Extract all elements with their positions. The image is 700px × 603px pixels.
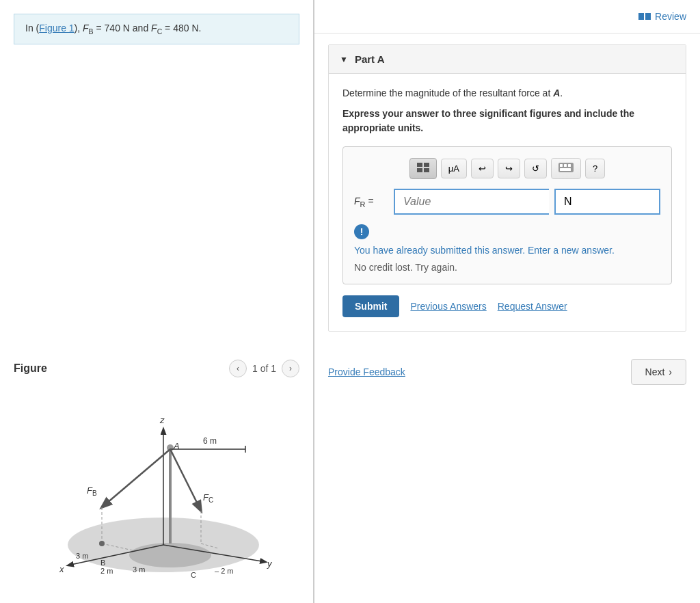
part-a-content: Determine the magnitude of the resultant…: [329, 74, 686, 331]
figure-diagram: z A x y FB FC 6 m 3 m B 2 m 3 m C – 2 m: [27, 388, 286, 586]
left-panel: In (Figure 1), FB = 740 N and FC = 480 N…: [0, 0, 314, 603]
review-label: Review: [655, 11, 686, 22]
svg-rect-32: [424, 168, 429, 172]
svg-text:z: z: [159, 415, 165, 425]
figure-next-button[interactable]: ›: [282, 360, 299, 377]
refresh-icon: ↺: [532, 163, 539, 174]
redo-icon: ↪: [505, 163, 513, 174]
svg-line-10: [170, 449, 201, 511]
undo-button[interactable]: ↩: [471, 159, 494, 178]
svg-text:B: B: [100, 559, 105, 567]
svg-text:– 2 m: – 2 m: [215, 567, 234, 575]
figure-link[interactable]: Figure 1: [39, 23, 74, 34]
info-area: ! You have already submitted this answer…: [354, 224, 660, 273]
keyboard-icon: [558, 163, 574, 174]
svg-rect-37: [560, 168, 571, 171]
problem-statement: In (Figure 1), FB = 740 N and FC = 480 N…: [14, 14, 299, 44]
figure-nav: ‹ 1 of 1 ›: [229, 360, 299, 377]
next-label: Next: [645, 366, 665, 377]
figure-image: z A x y FB FC 6 m 3 m B 2 m 3 m C – 2 m: [14, 384, 299, 589]
submit-row: Submit Previous Answers Request Answer: [342, 295, 672, 317]
svg-text:A: A: [173, 441, 180, 451]
review-bar: Review: [314, 0, 700, 34]
svg-rect-30: [424, 163, 429, 167]
svg-rect-36: [568, 164, 571, 167]
svg-rect-35: [564, 164, 567, 167]
part-instruction: Express your answer to three significant…: [342, 107, 672, 135]
svg-text:FB: FB: [87, 485, 97, 497]
figure-nav-count: 1 of 1: [252, 363, 276, 374]
svg-line-9: [102, 449, 170, 507]
svg-text:6 m: 6 m: [203, 436, 217, 446]
answer-box: μA ↩ ↪ ↺: [342, 146, 672, 284]
info-message-gray: No credit lost. Try again.: [354, 262, 660, 273]
next-button[interactable]: Next ›: [631, 359, 686, 385]
keyboard-button[interactable]: [551, 158, 581, 179]
mu-button[interactable]: μA: [441, 159, 467, 178]
svg-text:FC: FC: [203, 492, 213, 504]
collapse-arrow-icon: ▼: [340, 55, 348, 64]
svg-text:3 m: 3 m: [133, 565, 145, 574]
help-button[interactable]: ?: [585, 159, 605, 178]
svg-rect-34: [560, 164, 563, 167]
request-answer-link[interactable]: Request Answer: [498, 301, 567, 312]
part-a-section: ▼ Part A Determine the magnitude of the …: [328, 44, 686, 332]
undo-icon: ↩: [479, 163, 486, 174]
right-panel: Review ▼ Part A Determine the magnitude …: [314, 0, 700, 603]
svg-text:3 m: 3 m: [76, 552, 88, 560]
submit-button[interactable]: Submit: [342, 295, 399, 317]
svg-rect-29: [417, 163, 422, 167]
redo-button[interactable]: ↪: [498, 159, 520, 178]
part-a-header[interactable]: ▼ Part A: [329, 45, 686, 74]
previous-answers-link[interactable]: Previous Answers: [410, 301, 486, 312]
figure-title: Figure: [14, 362, 47, 375]
unit-input[interactable]: [554, 189, 660, 215]
figure-section: Figure ‹ 1 of 1 ›: [14, 360, 299, 589]
figure-prev-button[interactable]: ‹: [229, 360, 247, 377]
input-label: FR =: [354, 196, 388, 209]
svg-rect-31: [417, 168, 422, 172]
help-icon: ?: [593, 163, 597, 174]
value-input[interactable]: [394, 189, 549, 215]
mu-icon: μA: [448, 163, 459, 174]
grid-button[interactable]: [409, 158, 437, 179]
review-icon: [638, 13, 651, 20]
figure-header: Figure ‹ 1 of 1 ›: [14, 360, 299, 377]
svg-point-28: [99, 541, 105, 546]
toolbar: μA ↩ ↪ ↺: [354, 158, 660, 179]
provide-feedback-link[interactable]: Provide Feedback: [328, 366, 405, 377]
svg-text:C: C: [191, 571, 196, 579]
refresh-button[interactable]: ↺: [524, 159, 547, 178]
bottom-bar: Provide Feedback Next ›: [314, 348, 700, 396]
part-description: Determine the magnitude of the resultant…: [342, 88, 672, 98]
next-chevron-icon: ›: [669, 366, 672, 377]
info-message-blue: You have already submitted this answer. …: [354, 243, 660, 258]
svg-text:2 m: 2 m: [100, 567, 113, 575]
input-row: FR =: [354, 189, 660, 215]
svg-text:y: y: [267, 559, 273, 569]
review-link[interactable]: Review: [638, 11, 686, 22]
grid-icon: [417, 163, 429, 174]
info-icon: !: [354, 224, 369, 239]
svg-text:x: x: [59, 564, 64, 574]
part-description-var: A: [553, 88, 560, 98]
part-a-title: Part A: [355, 53, 385, 65]
